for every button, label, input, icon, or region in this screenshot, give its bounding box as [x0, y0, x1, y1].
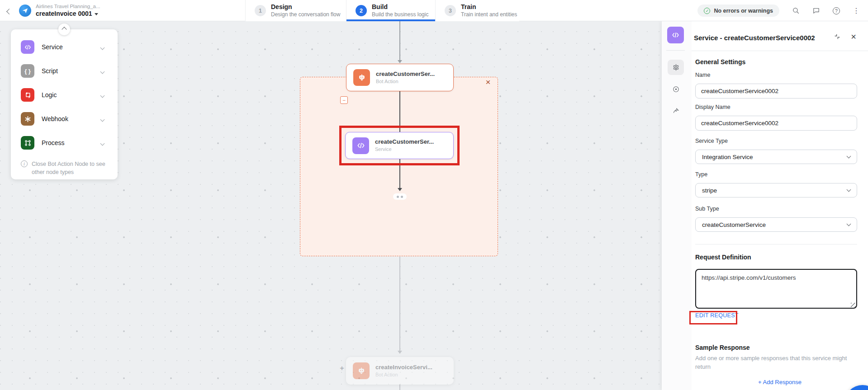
tab-label: Build [372, 3, 428, 11]
tab-connections-icon[interactable] [668, 103, 684, 118]
logic-icon [21, 88, 34, 102]
more-menu-icon[interactable]: ⋮ [853, 6, 860, 15]
connector-line [399, 159, 400, 190]
sub-type-select[interactable]: createCustomerService [695, 217, 857, 232]
tab-train[interactable]: 3 Train Train intent and entities [435, 0, 519, 21]
chat-icon[interactable] [812, 7, 820, 15]
node-subtitle: Bot Action [376, 78, 435, 85]
service-type-label: Service Type [695, 138, 728, 144]
service-icon [667, 27, 684, 43]
palette-item-label: Script [42, 67, 101, 75]
sub-type-label: Sub Type [695, 206, 719, 212]
chevron-down-icon [847, 154, 851, 159]
node-subtitle: Service [375, 146, 434, 152]
tab-label: Train [461, 3, 517, 11]
close-panel-icon[interactable]: × [851, 33, 856, 40]
help-icon[interactable]: ? [832, 7, 840, 15]
general-settings-heading: General Settings [695, 58, 745, 66]
tab-instance-properties-icon[interactable] [668, 81, 684, 97]
type-select[interactable]: stripe [695, 183, 857, 197]
close-region-icon[interactable]: × [483, 77, 493, 87]
palette-item-webhook[interactable]: Webhook [21, 112, 118, 126]
request-definition-textarea[interactable]: https://api.stripe.com/v1/customers [695, 269, 857, 309]
connector-line [399, 91, 400, 132]
active-tab-underline [346, 19, 435, 21]
tab-build[interactable]: 2 Build Build the business logic [346, 0, 435, 21]
edit-request-button[interactable]: EDIT REQUEST [695, 312, 739, 319]
node-bot-action[interactable]: createCustomerSer... Bot Action [346, 64, 454, 91]
connector-arrow [398, 351, 402, 354]
node-palette: Service { } Script Logic Webhook [11, 29, 118, 179]
service-icon [352, 137, 369, 154]
divider [666, 50, 685, 51]
collapse-node-button[interactable]: − [340, 96, 348, 104]
type-value: stripe [702, 187, 717, 194]
node-subtitle: Bot Action [375, 371, 432, 378]
bot-name-dropdown[interactable]: createInvoice 0001 [36, 10, 98, 17]
palette-item-label: Webhook [42, 115, 101, 122]
node-service[interactable]: createCustomerSer... Service [345, 132, 454, 159]
panel-title: Service - createCustomerService0002 [694, 34, 815, 42]
palette-item-process[interactable]: Process [21, 136, 118, 150]
connector-line [399, 21, 400, 61]
request-definition-heading: Request Definition [695, 254, 751, 261]
tab-general-settings-gear-icon[interactable] [668, 60, 684, 75]
bot-action-icon [353, 362, 370, 379]
panel-rail [662, 21, 692, 390]
tab-label: Design [271, 3, 340, 11]
tab-subtitle: Design the conversation flow [271, 11, 340, 18]
divider [692, 51, 868, 51]
flow-canvas[interactable]: × createCustomerSer... Bot Action − crea… [0, 21, 662, 390]
chevron-down-icon [847, 222, 851, 226]
chevron-down-icon[interactable] [101, 67, 104, 75]
step-number: 2 [356, 5, 367, 16]
service-type-value: Integration Service [702, 154, 753, 160]
sub-type-value: createCustomerService [702, 221, 766, 228]
node-title: createInvoiceServi... [375, 364, 432, 371]
connector-arrow [398, 188, 402, 191]
resize-grip[interactable] [851, 303, 856, 308]
webhook-icon [21, 112, 34, 126]
tab-design[interactable]: 1 Design Design the conversation flow [245, 0, 346, 21]
chevron-down-icon[interactable] [101, 43, 104, 51]
palette-note: i Close Bot Action Node to see other nod… [21, 160, 118, 176]
status-badge: ✓ No errors or warnings [697, 5, 779, 17]
service-icon [21, 40, 34, 54]
type-label: Type [695, 171, 707, 178]
name-input[interactable] [695, 84, 857, 99]
palette-item-service[interactable]: Service [21, 40, 118, 54]
palette-item-label: Logic [42, 91, 101, 99]
service-type-select[interactable]: Integration Service [695, 150, 857, 164]
check-circle-icon: ✓ [704, 8, 710, 14]
tab-subtitle: Build the business logic [372, 11, 428, 18]
palette-collapse-button[interactable] [58, 23, 70, 35]
name-label: Name [695, 72, 710, 78]
display-name-input[interactable] [695, 116, 857, 131]
step-number: 3 [445, 5, 456, 16]
bot-logo [19, 5, 31, 17]
palette-item-label: Process [42, 139, 101, 146]
add-node-icon[interactable]: + [340, 364, 344, 373]
chevron-down-icon[interactable] [101, 139, 104, 147]
palette-item-script[interactable]: { } Script [21, 64, 118, 78]
tab-subtitle: Train intent and entities [461, 11, 517, 18]
step-number: 1 [255, 5, 266, 16]
connector-line [399, 384, 400, 390]
connector-line [399, 257, 400, 352]
search-icon[interactable] [792, 7, 800, 15]
back-button[interactable] [7, 7, 14, 14]
add-response-button[interactable]: + Add Response [692, 379, 868, 385]
info-icon: i [21, 160, 28, 167]
palette-item-logic[interactable]: Logic [21, 88, 118, 102]
node-bot-action-faded[interactable]: createInvoiceServi... Bot Action [346, 357, 454, 385]
chevron-down-icon [847, 188, 851, 192]
paper-plane-icon [22, 7, 28, 14]
node-title: createCustomerSer... [376, 70, 435, 78]
collapse-panel-icon[interactable] [834, 33, 841, 40]
connector-drop-handle[interactable] [393, 193, 407, 200]
chevron-down-icon[interactable] [101, 115, 104, 123]
service-config-panel: Service - createCustomerService0002 × Ge… [662, 21, 868, 390]
sample-response-heading: Sample Response [695, 344, 750, 351]
node-title: createCustomerSer... [375, 138, 434, 146]
chevron-down-icon[interactable] [101, 91, 104, 99]
